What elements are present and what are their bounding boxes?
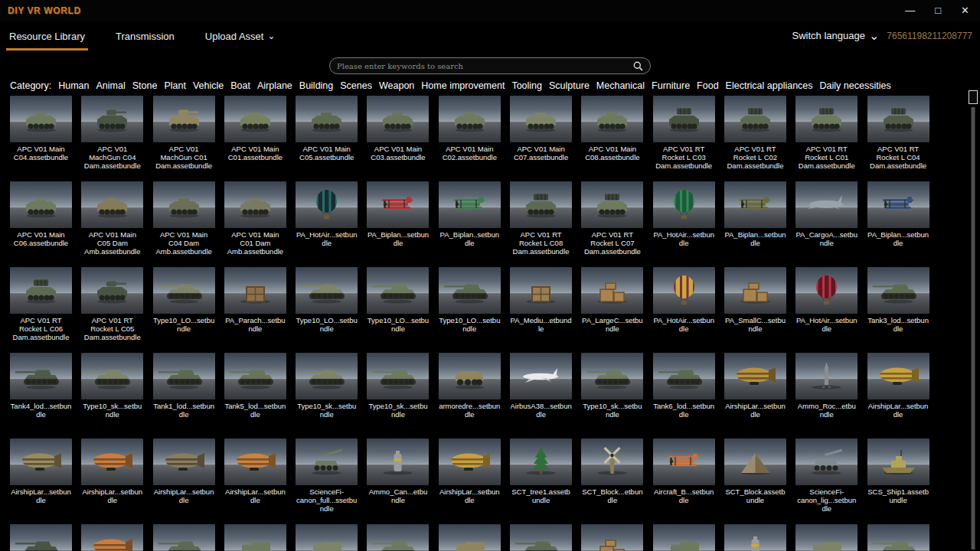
asset-card[interactable]: APC V01 Main C07.assetbundle — [510, 96, 572, 181]
asset-card[interactable]: Type10_sk...setbundle — [367, 353, 429, 439]
asset-card[interactable]: APC V01 Main C02.assetbundle — [439, 96, 501, 181]
category-plant[interactable]: Plant — [164, 80, 186, 91]
asset-card[interactable]: PA_HotAir...setbundle — [653, 181, 715, 267]
asset-card[interactable]: Type10_sk...setbundle — [296, 353, 358, 439]
asset-card[interactable]: APC V01 MachGun C04 Dam.assetbundle — [81, 96, 143, 181]
asset-card[interactable]: AirshipLar...setbundle — [10, 439, 72, 524]
category-scenes[interactable]: Scenes — [340, 80, 372, 91]
asset-card[interactable] — [439, 524, 501, 551]
category-animal[interactable]: Animal — [96, 80, 126, 91]
asset-card[interactable] — [867, 524, 929, 551]
asset-card[interactable]: AirshipLar...setbundle — [724, 353, 786, 439]
asset-card[interactable]: PA_HotAir...setbundle — [296, 181, 358, 267]
asset-card[interactable]: PA_Mediu...etbundle — [510, 267, 572, 353]
asset-card[interactable]: APC V01 Main C01 Dam Amb.assetbundle — [224, 181, 286, 267]
asset-card[interactable] — [296, 524, 358, 551]
asset-card[interactable]: ScienceFi- canon_lig...setbundle — [795, 439, 858, 524]
asset-card[interactable] — [653, 524, 715, 551]
asset-card[interactable] — [224, 524, 286, 551]
asset-card[interactable]: SCT_tree1.assetbundle — [510, 439, 572, 524]
asset-card[interactable]: APC V01 RT Rocket L C07 Dam.assetbundle — [581, 181, 643, 267]
asset-card[interactable]: AirshipLar...setbundle — [153, 439, 215, 524]
asset-card[interactable]: PA_SmallC...setbundle — [724, 267, 786, 353]
asset-card[interactable]: PA_Biplan...setbundle — [867, 181, 929, 267]
asset-card[interactable] — [367, 524, 429, 551]
asset-card[interactable]: APC V01 Main C01.assetbundle — [224, 96, 286, 181]
asset-card[interactable]: PA_Parach...setbundle — [224, 267, 286, 353]
asset-card[interactable]: SCT_Block...etbundle — [581, 439, 643, 524]
asset-card[interactable] — [581, 524, 643, 551]
asset-card[interactable]: APC V01 RT Rocket L C04 Dam.assetbundle — [867, 96, 929, 181]
asset-card[interactable]: APC V01 RT Rocket L C06 Dam.assetbundle — [10, 267, 72, 353]
category-daily-necessities[interactable]: Daily necessities — [820, 80, 891, 91]
category-weapon[interactable]: Weapon — [379, 80, 414, 91]
search-input[interactable] — [337, 62, 629, 70]
asset-card[interactable]: AirshipLar...setbundle — [81, 439, 143, 524]
asset-card[interactable]: Type10_LO...setbundle — [367, 267, 429, 353]
asset-card[interactable] — [153, 524, 215, 551]
asset-card[interactable]: Type10_sk...setbundle — [81, 353, 143, 439]
maximize-icon[interactable]: □ — [935, 5, 941, 15]
category-mechanical[interactable]: Mechanical — [596, 80, 645, 91]
asset-card[interactable]: SCS_Ship1.assetbundle — [867, 439, 929, 524]
asset-card[interactable]: APC V01 RT Rocket L C05 Dam.assetbundle — [81, 267, 143, 353]
asset-card[interactable]: APC V01 Main C08.assetbundle — [581, 96, 643, 181]
close-icon[interactable]: ✕ — [961, 5, 969, 15]
asset-card[interactable]: Type10_sk...setbundle — [581, 353, 643, 439]
asset-card[interactable]: APC V01 MachGun C01 Dam.assetbundle — [153, 96, 215, 181]
asset-card[interactable]: Aircraft_B...setbundle — [653, 439, 715, 524]
asset-card[interactable]: APC V01 Main C03.assetbundle — [367, 96, 429, 181]
asset-card[interactable]: Tank3_lod...setbundle — [867, 267, 929, 353]
asset-card[interactable]: AirshipLar...setbundle — [439, 439, 501, 524]
category-electrical-appliances[interactable]: Electrical appliances — [726, 80, 813, 91]
asset-card[interactable]: APC V01 Main C04 Dam Amb.assetbundle — [153, 181, 215, 267]
category-building[interactable]: Building — [299, 80, 333, 91]
asset-card[interactable]: PA_Biplan...setbundle — [724, 181, 786, 267]
asset-card[interactable] — [724, 524, 786, 551]
category-vehicle[interactable]: Vehicle — [193, 80, 224, 91]
asset-card[interactable]: PA_CargoA...setbundle — [795, 181, 858, 267]
asset-card[interactable]: SCT_Block.assetbundle — [724, 439, 786, 524]
asset-card[interactable]: AirshipLar...setbundle — [224, 439, 286, 524]
search-icon[interactable] — [633, 61, 643, 71]
scrollbar-thumb[interactable] — [969, 90, 978, 104]
asset-card[interactable]: Type10_LO...setbundle — [439, 267, 501, 353]
asset-card[interactable] — [510, 524, 572, 551]
asset-card[interactable]: APC V01 Main C06.assetbundle — [10, 181, 72, 267]
asset-card[interactable] — [81, 524, 143, 551]
asset-card[interactable]: ScienceFi- canon_full...ssetbundle — [296, 439, 358, 524]
asset-card[interactable]: PA_HotAir...setbundle — [653, 267, 715, 353]
asset-card[interactable]: PA_HotAir...setbundle — [795, 267, 858, 353]
asset-card[interactable]: APC V01 Main C05.assetbundle — [296, 96, 358, 181]
asset-card[interactable]: APC V01 RT Rocket L C03 Dam.assetbundle — [653, 96, 715, 181]
tab-upload-asset[interactable]: Upload Asset⌄ — [204, 21, 277, 51]
asset-card[interactable]: Tank5_lod...setbundle — [224, 353, 286, 439]
asset-card[interactable]: armoredre...setbundle — [439, 353, 501, 439]
asset-card[interactable] — [10, 524, 72, 551]
category-boat[interactable]: Boat — [230, 80, 250, 91]
category-sculpture[interactable]: Sculpture — [549, 80, 590, 91]
asset-card[interactable]: APC V01 RT Rocket L C02 Dam.assetbundle — [724, 96, 786, 181]
asset-card[interactable]: APC V01 RT Rocket L C01 Dam.assetbundle — [795, 96, 858, 181]
tab-transmission[interactable]: Transmission — [114, 21, 176, 51]
scrollbar[interactable] — [968, 90, 978, 551]
asset-card[interactable]: AirbusA38...setbundle — [510, 353, 572, 439]
asset-card[interactable]: APC V01 RT Rocket L C08 Dam.assetbundle — [510, 181, 572, 267]
category-airplane[interactable]: Airplane — [257, 80, 292, 91]
category-human[interactable]: Human — [58, 80, 89, 91]
asset-card[interactable]: Ammo_Roc...etbundle — [795, 353, 858, 439]
asset-card[interactable]: Tank1_lod...setbundle — [153, 353, 215, 439]
category-tooling[interactable]: Tooling — [511, 80, 542, 91]
asset-card[interactable]: Type10_LO...setbundle — [296, 267, 358, 353]
asset-card[interactable]: Ammo_Can...etbundle — [367, 439, 429, 524]
tab-resource-library[interactable]: Resource Library — [8, 21, 87, 51]
asset-card[interactable] — [795, 524, 858, 551]
asset-card[interactable]: APC V01 Main C05 Dam Amb.assetbundle — [81, 181, 143, 267]
category-home-improvement[interactable]: Home improvement — [421, 80, 505, 91]
category-food[interactable]: Food — [697, 80, 719, 91]
minimize-icon[interactable]: — — [905, 5, 915, 15]
asset-card[interactable]: PA_Biplan...setbundle — [367, 181, 429, 267]
scrollbar-track[interactable] — [972, 107, 975, 549]
switch-language-button[interactable]: Switch language ⌄ — [792, 30, 880, 41]
asset-card[interactable]: PA_Biplan..setbundle — [439, 181, 501, 267]
